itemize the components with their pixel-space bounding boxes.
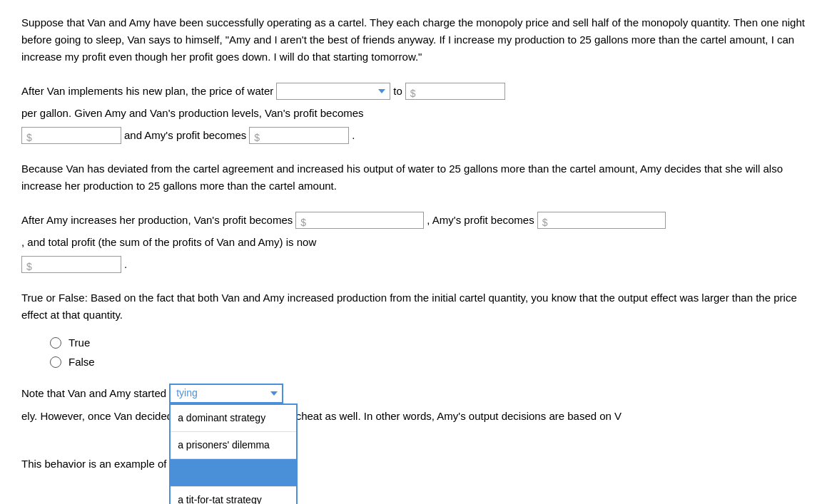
after-amy-text: After Amy increases her production, Van'… [21, 210, 293, 230]
behavior-text: This behavior is an example of [21, 454, 166, 473]
radio-true-item[interactable]: True [50, 336, 816, 349]
period2: . [124, 254, 127, 274]
after-amy-row2: $ . [21, 254, 816, 274]
radio-true-label: True [69, 336, 90, 349]
true-false-text: True or False: Based on the fact that bo… [21, 292, 797, 321]
intro-text: Suppose that Van and Amy have been succe… [21, 16, 805, 63]
option-tying-text: tying [178, 466, 199, 478]
and-total-text: , and total profit (the sum of the profi… [21, 232, 316, 252]
van-profit2-input[interactable]: $ [295, 212, 424, 229]
dropdown-option-tit[interactable]: a tit-for-tat strategy [171, 487, 296, 504]
amys-profit-placeholder: $ [254, 132, 260, 143]
dropdown-option-dominant[interactable]: a dominant strategy [171, 405, 296, 432]
van-profit2-placeholder: $ [300, 217, 306, 228]
total-profit-input[interactable]: $ [21, 256, 121, 273]
note-section: Note that Van and Amy started tying a do… [21, 384, 816, 426]
intro-paragraph: Suppose that Van and Amy have been succe… [21, 14, 816, 66]
deviated-text: Because Van has deviated from the cartel… [21, 163, 783, 192]
to-label: to [393, 81, 402, 101]
selected-option-text: tying [176, 384, 198, 402]
note-row: Note that Van and Amy started tying a do… [21, 384, 816, 426]
radio-false-label: False [69, 356, 95, 368]
behavior-section: This behavior is an example of . [21, 454, 816, 473]
note-dropdown[interactable]: tying a dominant strategy a prisoners' d… [169, 384, 283, 403]
radio-true-circle[interactable] [50, 337, 61, 349]
amys-profit-input[interactable]: $ [249, 127, 349, 144]
dropdown-arrow-icon [270, 391, 278, 396]
deviated-paragraph: Because Van has deviated from the cartel… [21, 160, 816, 195]
behavior-row: This behavior is an example of . [21, 454, 816, 473]
after-van-text: After Van implements his new plan, the p… [21, 81, 273, 101]
after-van-section: After Van implements his new plan, the p… [21, 81, 816, 145]
dropdown-options-list: a dominant strategy a prisoners' dilemma… [169, 403, 298, 504]
option-tit-text: a tit-for-tat strategy [178, 494, 261, 504]
price-dropdown[interactable] [276, 83, 390, 100]
dropdown-selected-value[interactable]: tying [169, 384, 283, 403]
price-dropdown-arrow-icon [378, 89, 385, 93]
radio-false-item[interactable]: False [50, 356, 816, 368]
note-middle-text: ely. However, once Van decided to cheat,… [21, 406, 622, 426]
after-amy-row1: After Amy increases her production, Van'… [21, 210, 816, 252]
amys-profit2-placeholder: $ [542, 217, 548, 228]
total-profit-placeholder: $ [26, 261, 32, 272]
amys-profit-label: , Amy's profit becomes [427, 210, 534, 230]
van-profit-input[interactable]: $ [21, 127, 121, 144]
van-profit-placeholder: $ [26, 132, 32, 143]
after-van-row2: $ and Amy's profit becomes $ . [21, 125, 816, 145]
dropdown-option-prisoners[interactable]: a prisoners' dilemma [171, 432, 296, 459]
after-van-row1: After Van implements his new plan, the p… [21, 81, 816, 123]
per-gallon-text: per gallon. Given Amy and Van's producti… [21, 103, 364, 123]
and-amys-text: and Amy's profit becomes [124, 125, 246, 145]
radio-group: True False [50, 336, 816, 368]
option-prisoners-text: a prisoners' dilemma [178, 439, 270, 451]
true-false-question: True or False: Based on the fact that bo… [21, 289, 816, 324]
price-to-input[interactable]: $ [405, 83, 505, 100]
period1: . [352, 125, 355, 145]
option-dominant-text: a dominant strategy [178, 412, 265, 423]
dropdown-option-tying[interactable]: tying [171, 459, 296, 486]
after-amy-section: After Amy increases her production, Van'… [21, 210, 816, 274]
radio-false-circle[interactable] [50, 356, 61, 368]
price-to-placeholder: $ [410, 88, 416, 99]
true-false-section: True or False: Based on the fact that bo… [21, 289, 816, 368]
amys-profit2-input[interactable]: $ [537, 212, 666, 229]
note-start-text: Note that Van and Amy started [21, 384, 166, 403]
